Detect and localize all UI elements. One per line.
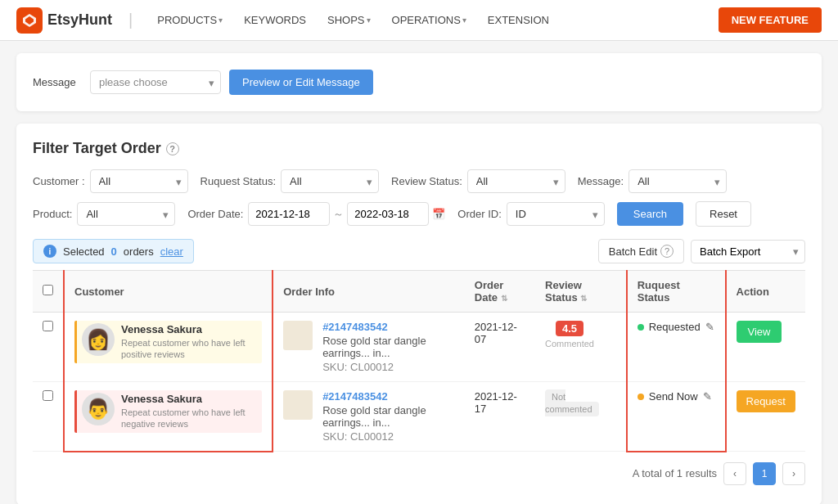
- nav-keywords[interactable]: KEYWORDS: [236, 9, 314, 31]
- order-id-label: Order ID:: [457, 208, 501, 220]
- order-info-inner-0: #2147483542 Rose gold star dangle earrin…: [283, 321, 455, 373]
- td-checkbox-0: [33, 313, 64, 382]
- customer-info-0: Venessa Sakura Repeat customer who have …: [121, 323, 257, 361]
- avatar-male-icon: 👨: [86, 398, 110, 421]
- th-review-status: Review Status ⇅: [535, 271, 627, 313]
- new-feature-button[interactable]: NEW FEATURE: [719, 7, 822, 33]
- ruquest-edit-icon-1[interactable]: ✎: [703, 390, 712, 403]
- th-action: Action: [726, 271, 805, 313]
- toolbar-right: Batch Edit ? Batch Export: [598, 239, 805, 263]
- td-action-1: Request: [726, 382, 805, 452]
- batch-edit-help-icon[interactable]: ?: [660, 245, 674, 258]
- td-review-status-0: 4.5 Commented: [535, 313, 627, 382]
- product-select[interactable]: All: [77, 202, 175, 226]
- ruquest-status-select-wrapper: All: [281, 169, 379, 193]
- customer-desc-1: Repeat customer who have left negative r…: [121, 407, 257, 430]
- ruquest-edit-icon-0[interactable]: ✎: [705, 321, 714, 333]
- nav-shops[interactable]: SHOPS ▾: [319, 9, 379, 31]
- row-checkbox-1[interactable]: [43, 390, 53, 401]
- td-order-info-0: #2147483542 Rose gold star dangle earrin…: [273, 313, 465, 382]
- batch-export-select[interactable]: Batch Export: [691, 240, 805, 263]
- order-text-1: #2147483542 Rose gold star dangle earrin…: [322, 390, 455, 443]
- order-id-filter-group: Order ID: ID: [457, 202, 604, 226]
- nav-operations[interactable]: OPERATIONS ▾: [384, 9, 475, 31]
- not-commented-badge-1: Not commented: [545, 389, 598, 416]
- td-ruquest-status-1: Send Now ✎: [627, 382, 726, 452]
- selected-count: 0: [111, 245, 117, 258]
- preview-edit-button[interactable]: Preview or Edit Message: [229, 70, 373, 95]
- td-ruquest-status-0: Requested ✎: [627, 313, 726, 382]
- td-action-0: View: [726, 313, 805, 382]
- review-status-sort-icon[interactable]: ⇅: [580, 294, 587, 303]
- message-row: Message please choose Preview or Edit Me…: [33, 70, 805, 95]
- message-filter-select[interactable]: All: [628, 169, 727, 193]
- product-filter-group: Product: All: [33, 202, 175, 226]
- filter-section: Filter Target Order ? Customer : All Ruq…: [16, 124, 822, 504]
- search-button[interactable]: Search: [617, 202, 683, 226]
- order-info-inner-1: #2147483542 Rose gold star dangle earrin…: [283, 390, 455, 443]
- message-filter-group: Message: All: [578, 169, 727, 193]
- customer-name-0: Venessa Sakura: [121, 323, 257, 335]
- customer-select[interactable]: All: [90, 169, 188, 193]
- clear-selection-link[interactable]: clear: [160, 245, 183, 258]
- main-content: Message please choose Preview or Edit Me…: [0, 41, 838, 504]
- filter-row-1: Customer : All Ruquest Status: All Revie…: [33, 169, 805, 193]
- select-all-checkbox[interactable]: [43, 285, 53, 295]
- review-status-filter-group: Review Status: All: [391, 169, 565, 193]
- batch-edit-button[interactable]: Batch Edit ?: [598, 239, 684, 263]
- th-ruquest-status: Ruquest Status: [627, 271, 726, 313]
- product-select-wrapper: All: [77, 202, 175, 226]
- customer-filter-group: Customer : All: [33, 169, 188, 193]
- shops-arrow-icon: ▾: [367, 16, 371, 25]
- order-sku-1: SKU: CL00012: [322, 430, 455, 443]
- customer-name-1: Venessa Sakura: [121, 393, 257, 405]
- main-nav: PRODUCTS ▾ KEYWORDS SHOPS ▾ OPERATIONS ▾…: [149, 9, 557, 31]
- customer-cell-0: 👩 Venessa Sakura Repeat customer who hav…: [74, 321, 262, 363]
- order-id-1: #2147483542: [322, 390, 455, 403]
- order-id-select[interactable]: ID: [507, 202, 605, 226]
- review-status-select-wrapper: All: [467, 169, 565, 193]
- next-page-button[interactable]: ›: [782, 462, 805, 485]
- logo[interactable]: EtsyHunt: [16, 7, 112, 34]
- table-row: 👨 Venessa Sakura Repeat customer who hav…: [33, 382, 805, 452]
- nav-products[interactable]: PRODUCTS ▾: [149, 9, 231, 31]
- order-date-value-0: 2021-12-07: [475, 321, 517, 345]
- th-order-info: Order Info: [273, 271, 465, 313]
- message-select-wrapper: please choose: [90, 70, 221, 94]
- row-checkbox-0[interactable]: [43, 321, 53, 331]
- date-from-input[interactable]: [248, 202, 330, 226]
- customer-desc-0: Repeat customer who have left positive r…: [121, 337, 257, 361]
- request-button-1[interactable]: Request: [737, 390, 795, 412]
- view-button-0[interactable]: View: [737, 321, 782, 343]
- total-results: A total of 1 results: [633, 467, 717, 479]
- header-divider: |: [128, 11, 133, 29]
- prev-page-button[interactable]: ‹: [723, 462, 746, 485]
- header: EtsyHunt | PRODUCTS ▾ KEYWORDS SHOPS ▾ O…: [0, 0, 838, 41]
- ruquest-status-select[interactable]: All: [281, 169, 379, 193]
- table-toolbar: i Selected 0 orders clear Batch Edit ? B…: [33, 239, 805, 263]
- customer-select-wrapper: All: [90, 169, 188, 193]
- td-checkbox-1: [33, 382, 64, 452]
- avatar-1: 👨: [82, 393, 115, 425]
- current-page-button[interactable]: 1: [753, 462, 776, 485]
- th-checkbox: [33, 271, 64, 313]
- date-to-input[interactable]: [347, 202, 429, 226]
- ruquest-status-0: Requested ✎: [638, 321, 715, 333]
- td-order-date-1: 2021-12-17: [465, 382, 535, 452]
- filter-help-icon[interactable]: ?: [166, 142, 179, 155]
- message-select[interactable]: please choose: [90, 70, 221, 94]
- filter-title: Filter Target Order ?: [33, 140, 805, 157]
- reset-button[interactable]: Reset: [696, 201, 751, 227]
- order-date-sort-icon[interactable]: ⇅: [501, 294, 507, 303]
- nav-extension[interactable]: EXTENSION: [480, 9, 557, 31]
- avatar-0: 👩: [82, 323, 115, 356]
- order-date-label: Order Date:: [187, 208, 243, 220]
- operations-arrow-icon: ▾: [462, 16, 466, 25]
- customer-cell-1: 👨 Venessa Sakura Repeat customer who hav…: [74, 390, 262, 433]
- batch-export-wrapper: Batch Export: [691, 240, 805, 263]
- products-arrow-icon: ▾: [219, 16, 223, 25]
- review-status-select[interactable]: All: [467, 169, 565, 193]
- order-thumbnail-1: [283, 390, 313, 420]
- calendar-icon[interactable]: 📅: [432, 208, 445, 220]
- order-id-0: #2147483542: [322, 321, 455, 333]
